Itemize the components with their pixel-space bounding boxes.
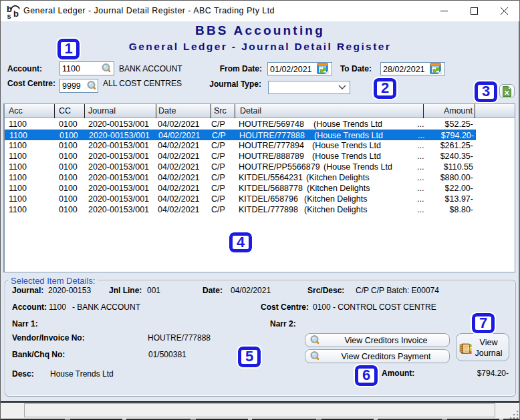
svg-text:s: s <box>7 12 11 19</box>
svg-text:b: b <box>13 9 19 19</box>
svg-text:@: @ <box>465 346 470 352</box>
